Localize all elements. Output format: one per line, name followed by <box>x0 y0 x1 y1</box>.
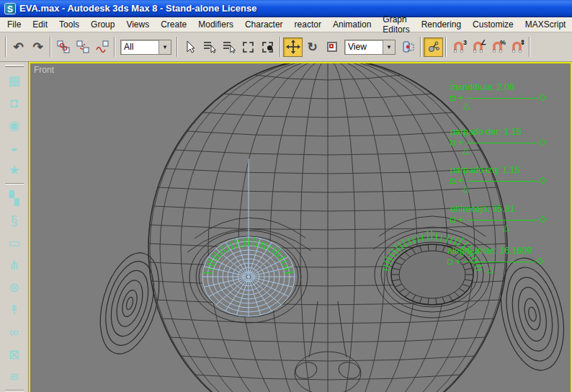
slider-line[interactable] <box>467 181 538 182</box>
undo-button[interactable]: ↶ <box>9 37 28 57</box>
ragdoll-button[interactable]: ★ <box>3 159 26 181</box>
ragdoll-icon: ★ <box>8 164 19 177</box>
morph-slider-entrecejo[interactable]: entrecejo: 35.81 + △ <box>450 204 551 234</box>
morph-slider-mandibula[interactable]: mandibula: 2.06 + △ <box>450 82 551 112</box>
dashpot-button[interactable]: ▭ <box>3 231 26 254</box>
slider-line[interactable] <box>467 143 538 143</box>
angle-badge: ∠ <box>481 39 486 46</box>
slider-track[interactable]: + △ <box>450 94 547 111</box>
slider-square-handle[interactable] <box>450 218 455 223</box>
menu-graph-editors[interactable]: Graph Editors <box>377 13 415 36</box>
menu-animation[interactable]: Animation <box>327 18 377 31</box>
wind-icon: ↟ <box>9 303 19 316</box>
menu-edit[interactable]: Edit <box>27 18 53 31</box>
slider-line[interactable] <box>467 220 538 220</box>
slider-plus[interactable]: + <box>458 214 464 225</box>
selection-region-icon <box>243 42 254 53</box>
slider-track[interactable]: + △ <box>450 215 547 233</box>
toolbar-separator <box>176 37 178 57</box>
fracture-button[interactable]: ⊠ <box>3 343 26 365</box>
slider-thumb[interactable]: △ <box>462 183 469 193</box>
toy-car-button[interactable]: ∞ <box>3 321 26 343</box>
select-and-move-button[interactable] <box>283 37 303 57</box>
select-and-manipulate-button[interactable] <box>424 37 443 57</box>
spinner-snap-toggle-button[interactable]: ⇕ <box>507 37 527 57</box>
select-by-name-button[interactable] <box>200 37 219 57</box>
reference-coordsys-dropdown[interactable]: View ▼ <box>344 40 396 55</box>
workspace: ▦ ◘ ◉ ◒ ★ ▚ § ▭ ⋔ ⊛ ↟ ∞ ⊠ ≋ Front mandib… <box>0 62 572 392</box>
slider-thumb[interactable]: △ <box>463 100 470 110</box>
morph-slider-parpado-izq[interactable]: parpado izq: 1.15 + △ <box>450 165 551 195</box>
wind-button[interactable]: ↟ <box>3 298 26 321</box>
rigid-body-icon: ▦ <box>8 74 20 87</box>
menu-character[interactable]: Character <box>239 18 289 31</box>
select-and-scale-button[interactable] <box>322 37 341 57</box>
toolbar-grip[interactable] <box>5 65 24 67</box>
rigid-body-collection-button[interactable]: ▦ <box>3 69 26 92</box>
slider-square-handle[interactable] <box>450 179 455 184</box>
pivot-center-icon <box>401 40 416 54</box>
fracture-board-button[interactable]: ▚ <box>3 187 26 209</box>
toolbar-separator <box>5 390 24 391</box>
slider-plus[interactable]: + <box>455 256 461 267</box>
chevron-down-icon[interactable]: ▼ <box>158 40 171 54</box>
rotate-icon: ↻ <box>307 41 317 53</box>
select-and-link-button[interactable] <box>53 37 73 57</box>
selection-filter-dropdown[interactable]: All ▼ <box>120 40 171 55</box>
slider-square-handle[interactable] <box>447 259 452 264</box>
slider-diamond-handle[interactable] <box>540 216 547 223</box>
redo-button[interactable]: ↷ <box>28 37 48 57</box>
slider-thumb[interactable]: △ <box>503 222 509 232</box>
gear-button[interactable]: ⊛ <box>3 276 26 298</box>
menu-modifiers[interactable]: Modifiers <box>192 18 239 31</box>
window-crossing-toggle-button[interactable] <box>258 37 277 57</box>
menu-tools[interactable]: Tools <box>53 18 85 31</box>
bind-to-space-warp-button[interactable] <box>92 37 112 57</box>
menu-views[interactable]: Views <box>120 18 155 31</box>
unlink-selection-button[interactable] <box>73 37 92 57</box>
slider-thumb[interactable]: △ <box>462 145 469 155</box>
viewport-label[interactable]: Front <box>34 65 54 75</box>
use-pivot-point-center-button[interactable] <box>398 37 418 57</box>
menu-customize[interactable]: Customize <box>467 18 519 31</box>
slider-thumb[interactable]: △ <box>487 264 493 274</box>
soft-body-collection-button[interactable]: ◉ <box>3 114 26 136</box>
slider-square-handle[interactable] <box>450 96 455 101</box>
slider-diamond-handle[interactable] <box>540 94 547 102</box>
slider-track[interactable]: + △ <box>450 177 547 194</box>
slider-track[interactable]: + △ <box>447 257 544 275</box>
rectangular-selection-region-button[interactable] <box>238 37 258 57</box>
chevron-down-icon[interactable]: ▼ <box>383 40 395 54</box>
fracture-icon: ⊠ <box>9 348 19 361</box>
water-button[interactable]: ≋ <box>3 365 26 388</box>
edit-named-selections-button[interactable] <box>219 37 238 57</box>
menu-rendering[interactable]: Rendering <box>416 18 467 31</box>
menu-create[interactable]: Create <box>155 18 192 31</box>
angle-snap-toggle-button[interactable]: ∠ <box>468 37 488 57</box>
morph-slider-alegre-triste[interactable]: alegre triste: 16.1609 + △ <box>447 246 548 276</box>
slider-diamond-handle[interactable] <box>540 177 547 184</box>
viewport-front[interactable]: Front mandibula: 2.06 + △ parpado der: 1… <box>29 62 572 392</box>
slider-diamond-handle[interactable] <box>537 258 544 265</box>
menu-maxscript[interactable]: MAXScript <box>519 18 572 31</box>
cloth-collection-button[interactable]: ◘ <box>3 92 26 114</box>
spring-button[interactable]: § <box>3 209 26 231</box>
slider-line[interactable] <box>467 98 538 99</box>
menu-file[interactable]: File <box>1 18 27 31</box>
percent-snap-toggle-button[interactable]: % <box>488 37 507 57</box>
spinner-badge: ⇕ <box>519 39 525 46</box>
select-and-rotate-button[interactable]: ↻ <box>303 37 322 57</box>
main-toolbar: ↶ ↷ All ▼ <box>0 32 572 62</box>
slider-track[interactable]: + △ <box>450 138 547 156</box>
rope-collection-button[interactable]: ◒ <box>3 136 26 159</box>
select-object-button[interactable] <box>180 37 200 57</box>
snap-toggle-button[interactable]: 3 <box>449 37 468 57</box>
slider-line[interactable] <box>464 262 535 262</box>
motor-button[interactable]: ⋔ <box>3 254 26 276</box>
slider-diamond-handle[interactable] <box>540 139 547 146</box>
app-icon: S <box>4 3 16 14</box>
menu-group[interactable]: Group <box>85 18 120 31</box>
menu-reactor[interactable]: reactor <box>289 18 327 31</box>
slider-square-handle[interactable] <box>450 141 455 146</box>
morph-slider-parpado-der[interactable]: parpado der: 1.15 + △ <box>450 127 551 157</box>
